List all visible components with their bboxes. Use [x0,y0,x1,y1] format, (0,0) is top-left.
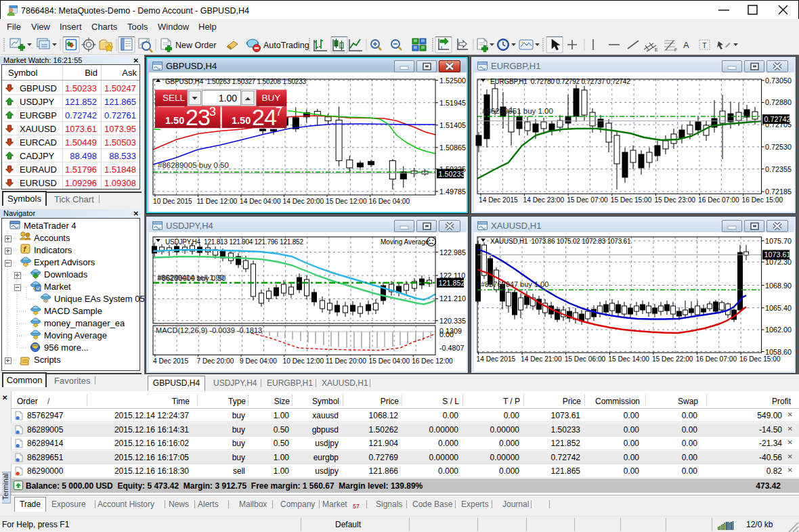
svg-text:14 Dec 04:00: 14 Dec 04:00 [240,198,281,205]
svg-text:AutoTrading: AutoTrading [263,41,309,50]
svg-text:GBPUSD,H4 1.50263 1.50327 1.5: GBPUSD,H4 1.50263 1.50327 1.50208 1.5023… [165,78,307,85]
svg-text:USDJPY,H4 121.813 121.904 121: USDJPY,H4 121.813 121.904 121.796 121.85… [165,238,303,246]
svg-text:MACD(12,26,9) -0.0039 -0.1813: MACD(12,26,9) -0.0039 -0.1813 [156,326,262,334]
svg-text:15 Dec 07:00: 15 Dec 07:00 [567,196,608,204]
svg-text:122.985: 122.985 [439,248,466,257]
svg-text:0.72742: 0.72742 [764,115,791,123]
svg-text:14 Dec 21:00: 14 Dec 21:00 [521,355,562,363]
svg-text:3: 3 [209,105,216,118]
svg-text:15 Dec 06:00: 15 Dec 06:00 [565,355,606,363]
svg-text:1.00: 1.00 [219,93,237,104]
svg-text:1.50: 1.50 [165,115,184,126]
svg-text:15 Dec 12:00: 15 Dec 12:00 [326,198,367,205]
svg-text:#86289651 buy 1.00: #86289651 buy 1.00 [482,107,553,115]
svg-text:121.210: 121.210 [439,294,466,303]
svg-text:23: 23 [186,104,210,130]
svg-text:1068.90: 1068.90 [765,282,792,290]
svg-text:0.72880: 0.72880 [765,98,792,106]
svg-text:-0.4807: -0.4807 [439,344,465,352]
svg-text:1062.00: 1062.00 [765,326,792,334]
svg-text:A: A [683,40,689,50]
svg-text:BUY: BUY [262,93,281,103]
svg-text:121.852: 121.852 [439,279,465,287]
svg-text:Moving Average: Moving Average [381,238,429,246]
svg-text:1.49785: 1.49785 [439,187,466,196]
svg-text:1.50233: 1.50233 [439,170,465,178]
svg-text:#86289005 buy 0.50: #86289005 buy 0.50 [158,161,229,169]
svg-text:16 Dec 15:00: 16 Dec 15:00 [742,196,783,204]
svg-text:0.00: 0.00 [439,330,454,338]
svg-text:10 Dec 2015: 10 Dec 2015 [153,198,192,205]
svg-text:E: E [655,47,658,52]
svg-text:0.72355: 0.72355 [765,165,792,173]
svg-text:1.50865: 1.50865 [439,143,466,152]
svg-text:1073.61: 1073.61 [764,250,791,259]
svg-text:10 Dec 12:00: 10 Dec 12:00 [283,357,324,365]
svg-text:11 Dec 20:00: 11 Dec 20:00 [326,357,366,365]
svg-text:4 Dec 2015: 4 Dec 2015 [153,357,188,365]
svg-text:#85762947 buy 1.00: #85762947 buy 1.00 [481,280,548,288]
svg-text:EURGBP,H1 0.72780 0.72792 0.7: EURGBP,H1 0.72780 0.72792 0.72737 0.7274… [490,78,630,85]
svg-text:T: T [702,41,707,49]
svg-text:0.73050: 0.73050 [765,76,792,85]
svg-text:#86290000 buy 0.50: #86290000 buy 0.50 [158,274,225,282]
svg-text:1.50: 1.50 [232,115,251,126]
svg-text:16 Dec 07:00: 16 Dec 07:00 [696,355,737,363]
svg-text:14 Dec 20:00: 14 Dec 20:00 [283,198,324,205]
svg-text:16 Dec 07:00: 16 Dec 07:00 [698,196,739,204]
svg-text:16 Dec 04:00: 16 Dec 04:00 [369,198,410,205]
svg-text:15 Dec 22:00: 15 Dec 22:00 [652,355,693,363]
svg-text:1058.60: 1058.60 [765,348,792,356]
svg-text:7: 7 [276,105,282,118]
svg-text:1.52500: 1.52500 [439,76,466,85]
svg-text:1.51945: 1.51945 [439,99,466,107]
svg-text:14 Dec 2015: 14 Dec 2015 [477,355,516,363]
svg-text:XAUUSD,H1 1073.86 1075.02 107: XAUUSD,H1 1073.86 1075.02 1072.83 1073.6… [490,238,631,245]
svg-text:SELL: SELL [163,93,186,103]
svg-text:11 Dec 12:00: 11 Dec 12:00 [196,198,237,205]
svg-text:15 Dec 15:00: 15 Dec 15:00 [611,196,652,204]
svg-text:120.335: 120.335 [439,317,466,325]
svg-text:14 Dec 23:00: 14 Dec 23:00 [523,196,565,204]
svg-text:15 Dec 23:00: 15 Dec 23:00 [654,196,695,204]
svg-text:24: 24 [252,104,276,130]
svg-text:1065.40: 1065.40 [765,304,792,312]
svg-text:15 Dec 14:00: 15 Dec 14:00 [608,355,649,363]
svg-text:F: F [674,47,677,52]
svg-text:16 Dec 12:00: 16 Dec 12:00 [412,357,453,365]
svg-text:1075.70: 1075.70 [765,237,792,245]
svg-text:9 Dec 04:00: 9 Dec 04:00 [240,357,277,365]
svg-text:15 Dec 04:00: 15 Dec 04:00 [369,357,410,365]
svg-text:0.72185: 0.72185 [765,187,792,196]
svg-text:0.72530: 0.72530 [765,143,792,151]
svg-text:New Order: New Order [175,41,216,50]
svg-text:7 Dec 20:00: 7 Dec 20:00 [196,357,234,365]
svg-text:14 Dec 2015: 14 Dec 2015 [479,196,518,204]
svg-text:1.51405: 1.51405 [439,121,466,129]
svg-text:16 Dec 15:00: 16 Dec 15:00 [739,355,781,363]
